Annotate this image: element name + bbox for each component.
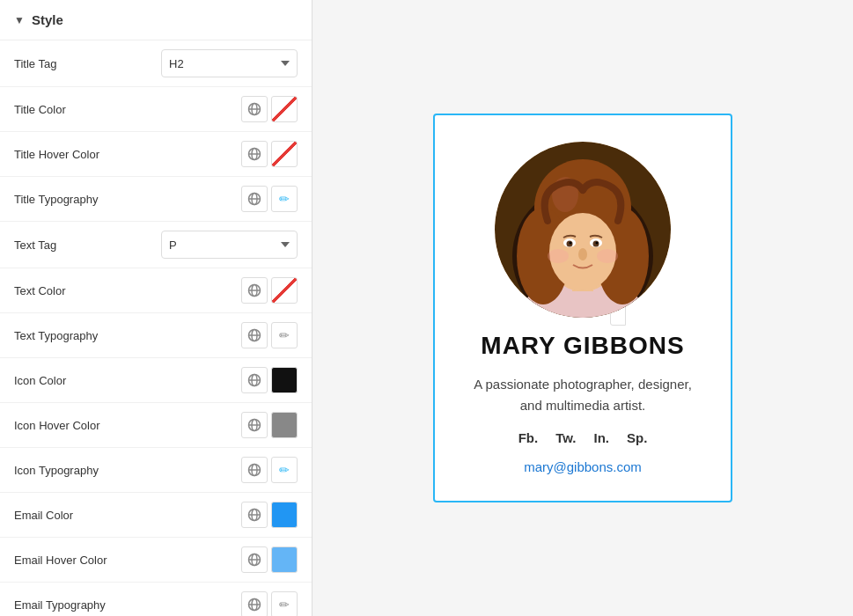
email-typography-controls: ✏ [241,591,298,616]
email-typography-global-btn[interactable] [241,591,268,616]
pen-icon: ✏ [279,192,290,206]
text-typography-label: Text Typography [14,329,241,342]
email-typography-row: Email Typography ✏ [0,583,312,616]
icon-typography-label: Icon Typography [14,464,241,477]
text-color-row: Text Color [0,268,312,313]
title-hover-color-label: Title Hover Color [14,148,241,161]
title-tag-row: Title Tag H2H1H3H4 [0,40,312,87]
text-color-label: Text Color [14,284,241,297]
title-hover-color-controls [241,141,298,167]
text-tag-label: Text Tag [14,238,161,252]
avatar [495,142,671,318]
profile-name: MARY GIBBONS [481,332,684,360]
profile-card: MARY GIBBONS A passionate photographer, … [433,114,732,502]
pen-icon: ✏ [279,598,290,612]
icon-color-row: Icon Color [0,358,312,403]
icon-typography-row: Icon Typography ✏ [0,448,312,493]
email-color-row: Email Color [0,493,312,538]
title-color-controls [241,96,298,122]
svg-point-49 [570,242,572,245]
pen-icon: ✏ [279,328,290,342]
icon-color-label: Icon Color [14,374,241,387]
title-tag-controls: H2H1H3H4 [161,49,298,77]
text-typography-pen-btn[interactable]: ✏ [271,322,298,348]
pen-icon: ✏ [279,463,290,477]
title-typography-label: Title Typography [14,193,241,206]
text-color-global-btn[interactable] [241,277,268,304]
text-typography-row: Text Typography ✏ [0,313,312,358]
icon-typography-controls: ✏ [241,457,298,483]
svg-point-51 [578,248,587,260]
title-tag-label: Title Tag [14,57,161,70]
chevron-down-icon: ▼ [14,14,25,26]
panel-header: ▼ Style [0,0,312,40]
social-sp[interactable]: Sp. [627,430,647,445]
social-tw[interactable]: Tw. [555,430,576,445]
icon-color-swatch[interactable] [271,367,298,393]
preview-panel: ‹ [313,0,853,616]
text-color-swatch[interactable] [271,277,298,304]
icon-color-controls [241,367,298,393]
text-tag-select[interactable]: PSpanDiv [161,231,298,259]
style-panel: ▼ Style Title Tag H2H1H3H4 Title Color T [0,0,313,616]
title-color-swatch[interactable] [271,96,298,122]
text-tag-row: Text Tag PSpanDiv [0,222,312,268]
text-tag-controls: PSpanDiv [161,231,298,259]
email-color-controls [241,502,298,528]
email-color-swatch[interactable] [271,502,298,528]
profile-bio: A passionate photographer, designer, and… [468,374,697,416]
svg-point-50 [596,242,599,245]
panel-title: Style [32,12,63,27]
email-hover-color-row: Email Hover Color [0,538,312,583]
title-color-global-btn[interactable] [241,96,268,122]
icon-hover-color-row: Icon Hover Color [0,403,312,448]
svg-point-53 [597,249,618,263]
icon-hover-color-swatch[interactable] [271,412,298,438]
title-typography-global-btn[interactable] [241,186,268,212]
profile-email[interactable]: mary@gibbons.com [524,459,642,474]
email-typography-label: Email Typography [14,598,241,612]
icon-color-global-btn[interactable] [241,367,268,393]
email-hover-color-global-btn[interactable] [241,546,268,573]
email-hover-color-swatch[interactable] [271,546,298,573]
title-color-row: Title Color [0,87,312,132]
social-in[interactable]: In. [593,430,609,445]
email-hover-color-controls [241,546,298,573]
email-hover-color-label: Email Hover Color [14,554,241,567]
title-hover-color-swatch[interactable] [271,141,298,167]
title-hover-color-global-btn[interactable] [241,141,268,167]
title-typography-row: Title Typography ✏ [0,177,312,222]
title-hover-color-row: Title Hover Color [0,132,312,177]
text-typography-controls: ✏ [241,322,298,348]
icon-hover-color-global-btn[interactable] [241,412,268,438]
title-tag-select[interactable]: H2H1H3H4 [161,49,298,77]
title-color-label: Title Color [14,103,241,116]
title-typography-controls: ✏ [241,186,298,212]
icon-hover-color-controls [241,412,298,438]
icon-typography-global-btn[interactable] [241,457,268,483]
email-color-global-btn[interactable] [241,502,268,528]
social-fb[interactable]: Fb. [518,430,539,445]
social-links: Fb. Tw. In. Sp. [518,430,648,445]
icon-hover-color-label: Icon Hover Color [14,419,241,432]
text-color-controls [241,277,298,304]
text-typography-global-btn[interactable] [241,322,268,348]
svg-point-52 [548,249,569,263]
icon-typography-pen-btn[interactable]: ✏ [271,457,298,483]
email-color-label: Email Color [14,509,241,522]
title-typography-pen-btn[interactable]: ✏ [271,186,298,212]
email-typography-pen-btn[interactable]: ✏ [271,591,298,616]
